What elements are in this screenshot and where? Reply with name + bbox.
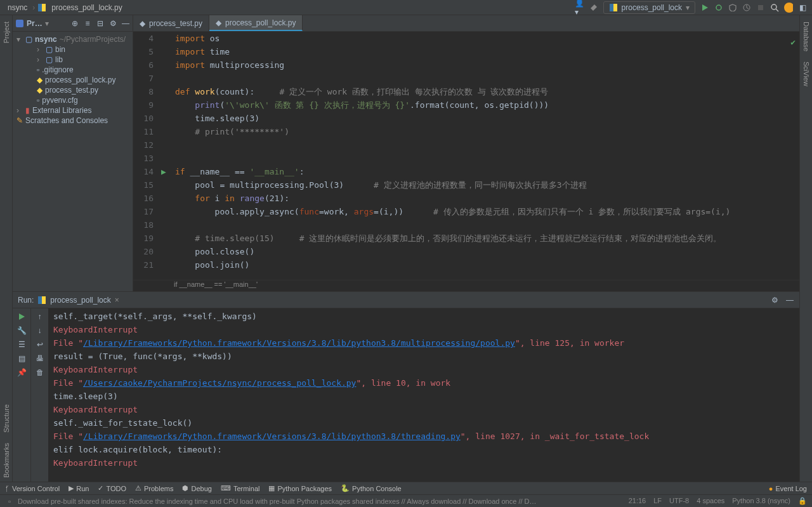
status-indicator-icon[interactable]: ▫ [5,497,14,506]
bottom-tab-python-console[interactable]: 🐍Python Console [341,484,402,492]
tree-item[interactable]: ›▢bin [14,44,131,55]
svg-point-7 [771,4,776,10]
bottom-tab-run[interactable]: ▶Run [69,484,89,492]
avatar[interactable] [784,3,793,12]
tree-item[interactable]: ◆process_test.py [14,85,131,95]
collapse-all-icon[interactable]: ⊟ [96,19,105,28]
hide-panel-icon[interactable]: — [785,296,794,305]
run-configuration-select[interactable]: process_poll_lock ▾ [603,1,695,14]
check-ok-icon[interactable]: ✔ [790,36,796,49]
file-encoding[interactable]: UTF-8 [669,497,689,505]
play-icon: ▶ [69,484,74,492]
gutter-markers[interactable]: ▶ [160,32,171,280]
bottom-tab-version-control[interactable]: ᚶVersion Control [5,484,60,492]
search-icon[interactable] [770,3,779,12]
run-panel-config-name[interactable]: process_poll_lock [50,296,110,305]
editor-tab[interactable]: ◆process_test.py [133,15,209,31]
rerun-button[interactable] [17,312,26,321]
event-log-button[interactable]: ● Event Log [769,485,807,492]
wrap-icon[interactable]: ↩ [36,340,44,349]
gear-icon[interactable]: ⚙ [108,19,117,28]
scratch-icon: ✎ [16,116,23,125]
project-panel-title[interactable]: Pr… [27,19,43,28]
sciview-tool-tab[interactable]: SciView [801,58,811,90]
indent-setting[interactable]: 4 spaces [697,497,724,505]
tool-icon[interactable]: 🔧 [17,326,26,335]
filter-icon[interactable]: ☰ [17,340,26,349]
svg-point-4 [716,5,721,10]
expand-all-icon[interactable]: ≡ [83,19,92,28]
run-console[interactable]: self._target(*self._args, **self._kwargs… [48,308,799,482]
code-editor[interactable]: ✔ 456789101112131415161718192021 ▶ impor… [133,32,799,280]
run-gutter-icon[interactable]: ▶ [161,165,166,178]
lock-icon[interactable]: 🔒 [798,497,807,505]
gear-icon[interactable]: ⚙ [770,296,779,305]
tree-item[interactable]: ▫pyvenv.cfg [14,95,131,105]
bookmarks-tool-tab[interactable]: Bookmarks [1,439,11,482]
status-message[interactable]: Download pre-built shared indexes: Reduc… [18,497,538,505]
bottom-tab-label: Terminal [233,485,260,492]
chevron-down-icon[interactable]: ▾ [45,19,49,28]
bottom-tab-debug[interactable]: ⬢Debug [182,484,211,492]
settings-icon[interactable]: ◧ [798,3,807,12]
tree-item[interactable]: ✎Scratches and Consoles [14,115,131,126]
tree-root[interactable]: ▾ ▢ nsync ~/PycharmProjects/ [14,34,131,44]
chevron-down-icon: ▾ [686,3,690,12]
bottom-tool-bar: ᚶVersion Control▶Run✓TODO⚠Problems⬢Debug… [0,482,812,494]
print-icon[interactable]: 🖶 [36,354,44,363]
code-content[interactable]: import osimport timeimport multiprocessi… [171,32,799,280]
database-tool-tab[interactable]: Database [801,18,811,55]
python-interpreter[interactable]: Python 3.8 (nsync) [732,497,790,505]
structure-tool-tab[interactable]: Structure [1,400,11,437]
close-icon[interactable]: × [115,296,119,305]
tree-item-label: lib [55,55,63,64]
run-button[interactable] [700,3,709,12]
bottom-tab-python-packages[interactable]: ▦Python Packages [268,484,332,492]
tree-item[interactable]: ▫.gitignore [14,65,131,75]
python-file-icon: ◆ [140,19,145,28]
bottom-tab-terminal[interactable]: ⌨Terminal [221,484,260,492]
up-arrow-icon[interactable]: ↑ [36,312,44,321]
locate-icon[interactable]: ⊕ [70,19,79,28]
bottom-tab-label: Debug [191,485,211,492]
down-arrow-icon[interactable]: ↓ [36,326,44,335]
breadcrumb-project[interactable]: nsync [5,2,30,13]
pycon-icon: 🐍 [341,484,350,492]
project-tree: ▾ ▢ nsync ~/PycharmProjects/ ›▢bin›▢lib▫… [13,32,133,128]
pin-icon[interactable]: 📌 [17,368,26,377]
run-toolbar-primary: 🔧 ☰ ▤ 📌 [13,308,30,482]
layout-icon[interactable]: ▤ [17,354,26,363]
stacktrace-link[interactable]: /Users/caoke/PycharmProjects/nsync/proce… [83,378,356,388]
hide-panel-icon[interactable]: — [121,19,130,28]
bottom-tab-problems[interactable]: ⚠Problems [135,484,173,492]
breadcrumb-file[interactable]: process_poll_lock.py [49,2,124,13]
editor-tab-label: process_poll_lock.py [225,18,296,27]
folder-icon: ▢ [46,55,53,64]
stacktrace-link[interactable]: /Library/Frameworks/Python.framework/Ver… [83,338,515,348]
stacktrace-link[interactable]: /Library/Frameworks/Python.framework/Ver… [83,431,461,441]
tree-item-label: External Libraries [32,106,91,115]
user-icon[interactable]: 👤▾ [575,3,584,12]
trash-icon[interactable]: 🗑 [36,368,44,377]
bottom-tab-label: Python Packages [277,485,332,492]
tree-item[interactable]: ›▮External Libraries [14,105,131,115]
coverage-button[interactable] [728,3,737,12]
profile-button[interactable] [742,3,751,12]
editor-tab-label: process_test.py [149,19,202,28]
editor-tab[interactable]: ◆process_poll_lock.py [209,15,303,31]
editor-area: ◆process_test.py◆process_poll_lock.py ✔ … [133,15,799,291]
tree-root-label: nsync [35,35,57,44]
build-hammer-icon[interactable] [589,3,598,12]
project-tool-tab[interactable]: Project [1,18,11,47]
line-ending[interactable]: LF [653,497,662,505]
status-bar: ▫ Download pre-built shared indexes: Red… [0,494,812,507]
caret-position[interactable]: 21:16 [629,497,646,505]
editor-context-breadcrumb[interactable]: if __name__ == '__main__' [133,280,799,291]
line-number-gutter[interactable]: 456789101112131415161718192021 [133,32,160,280]
bottom-tab-todo[interactable]: ✓TODO [98,484,126,492]
tree-item[interactable]: ◆process_poll_lock.py [14,75,131,85]
library-icon: ▮ [25,106,30,115]
tree-item[interactable]: ›▢lib [14,55,131,65]
debug-button[interactable] [714,3,723,12]
stop-button[interactable] [756,3,765,12]
